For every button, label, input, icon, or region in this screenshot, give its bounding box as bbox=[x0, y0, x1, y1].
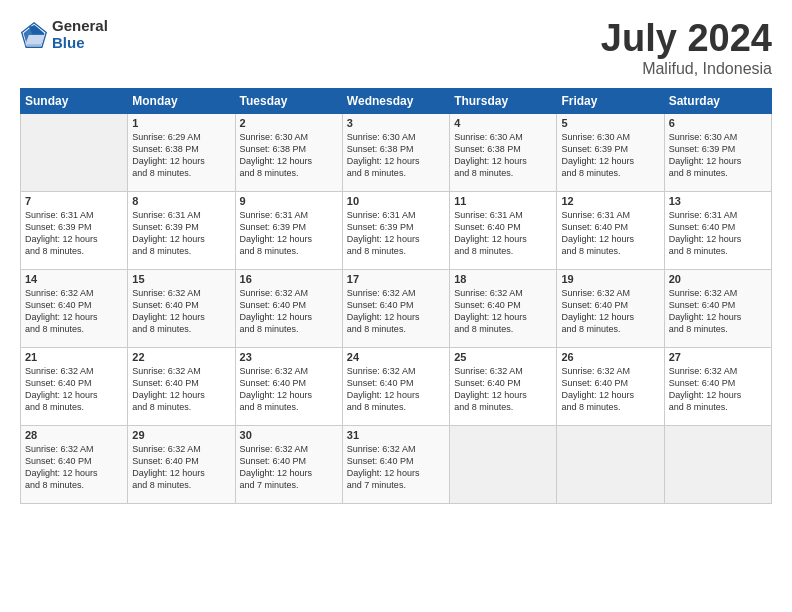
logo-text: General Blue bbox=[52, 18, 108, 51]
day-number: 22 bbox=[132, 351, 230, 363]
calendar-week-5: 28Sunrise: 6:32 AM Sunset: 6:40 PM Dayli… bbox=[21, 425, 772, 503]
calendar-cell bbox=[557, 425, 664, 503]
day-number: 26 bbox=[561, 351, 659, 363]
day-number: 20 bbox=[669, 273, 767, 285]
calendar-cell: 26Sunrise: 6:32 AM Sunset: 6:40 PM Dayli… bbox=[557, 347, 664, 425]
title-block: July 2024 Malifud, Indonesia bbox=[601, 18, 772, 78]
day-number: 3 bbox=[347, 117, 445, 129]
day-number: 19 bbox=[561, 273, 659, 285]
cell-info: Sunrise: 6:30 AM Sunset: 6:39 PM Dayligh… bbox=[669, 131, 767, 180]
calendar-header: SundayMondayTuesdayWednesdayThursdayFrid… bbox=[21, 88, 772, 113]
day-number: 28 bbox=[25, 429, 123, 441]
day-number: 24 bbox=[347, 351, 445, 363]
calendar-cell: 20Sunrise: 6:32 AM Sunset: 6:40 PM Dayli… bbox=[664, 269, 771, 347]
cell-info: Sunrise: 6:31 AM Sunset: 6:40 PM Dayligh… bbox=[669, 209, 767, 258]
calendar-cell: 27Sunrise: 6:32 AM Sunset: 6:40 PM Dayli… bbox=[664, 347, 771, 425]
cell-info: Sunrise: 6:32 AM Sunset: 6:40 PM Dayligh… bbox=[240, 365, 338, 414]
day-number: 30 bbox=[240, 429, 338, 441]
calendar-page: General Blue July 2024 Malifud, Indonesi… bbox=[0, 0, 792, 612]
day-number: 21 bbox=[25, 351, 123, 363]
cell-info: Sunrise: 6:32 AM Sunset: 6:40 PM Dayligh… bbox=[132, 365, 230, 414]
calendar-cell: 25Sunrise: 6:32 AM Sunset: 6:40 PM Dayli… bbox=[450, 347, 557, 425]
day-number: 5 bbox=[561, 117, 659, 129]
cell-info: Sunrise: 6:31 AM Sunset: 6:39 PM Dayligh… bbox=[240, 209, 338, 258]
calendar-cell: 7Sunrise: 6:31 AM Sunset: 6:39 PM Daylig… bbox=[21, 191, 128, 269]
cell-info: Sunrise: 6:32 AM Sunset: 6:40 PM Dayligh… bbox=[132, 287, 230, 336]
day-number: 6 bbox=[669, 117, 767, 129]
calendar-cell: 6Sunrise: 6:30 AM Sunset: 6:39 PM Daylig… bbox=[664, 113, 771, 191]
cell-info: Sunrise: 6:32 AM Sunset: 6:40 PM Dayligh… bbox=[132, 443, 230, 492]
day-number: 8 bbox=[132, 195, 230, 207]
cell-info: Sunrise: 6:32 AM Sunset: 6:40 PM Dayligh… bbox=[454, 287, 552, 336]
weekday-header-tuesday: Tuesday bbox=[235, 88, 342, 113]
calendar-cell: 1Sunrise: 6:29 AM Sunset: 6:38 PM Daylig… bbox=[128, 113, 235, 191]
calendar-cell: 3Sunrise: 6:30 AM Sunset: 6:38 PM Daylig… bbox=[342, 113, 449, 191]
day-number: 9 bbox=[240, 195, 338, 207]
day-number: 10 bbox=[347, 195, 445, 207]
cell-info: Sunrise: 6:32 AM Sunset: 6:40 PM Dayligh… bbox=[347, 443, 445, 492]
header: General Blue July 2024 Malifud, Indonesi… bbox=[20, 18, 772, 78]
day-number: 18 bbox=[454, 273, 552, 285]
calendar-cell: 12Sunrise: 6:31 AM Sunset: 6:40 PM Dayli… bbox=[557, 191, 664, 269]
day-number: 27 bbox=[669, 351, 767, 363]
weekday-header-saturday: Saturday bbox=[664, 88, 771, 113]
calendar-week-2: 7Sunrise: 6:31 AM Sunset: 6:39 PM Daylig… bbox=[21, 191, 772, 269]
calendar-cell: 24Sunrise: 6:32 AM Sunset: 6:40 PM Dayli… bbox=[342, 347, 449, 425]
weekday-header-row: SundayMondayTuesdayWednesdayThursdayFrid… bbox=[21, 88, 772, 113]
calendar-cell: 28Sunrise: 6:32 AM Sunset: 6:40 PM Dayli… bbox=[21, 425, 128, 503]
cell-info: Sunrise: 6:32 AM Sunset: 6:40 PM Dayligh… bbox=[25, 443, 123, 492]
logo-blue-text: Blue bbox=[52, 35, 108, 52]
cell-info: Sunrise: 6:32 AM Sunset: 6:40 PM Dayligh… bbox=[240, 287, 338, 336]
calendar-cell: 13Sunrise: 6:31 AM Sunset: 6:40 PM Dayli… bbox=[664, 191, 771, 269]
cell-info: Sunrise: 6:31 AM Sunset: 6:39 PM Dayligh… bbox=[25, 209, 123, 258]
day-number: 11 bbox=[454, 195, 552, 207]
day-number: 16 bbox=[240, 273, 338, 285]
calendar-cell bbox=[21, 113, 128, 191]
calendar-cell: 14Sunrise: 6:32 AM Sunset: 6:40 PM Dayli… bbox=[21, 269, 128, 347]
calendar-cell bbox=[450, 425, 557, 503]
day-number: 2 bbox=[240, 117, 338, 129]
calendar-cell: 29Sunrise: 6:32 AM Sunset: 6:40 PM Dayli… bbox=[128, 425, 235, 503]
day-number: 29 bbox=[132, 429, 230, 441]
cell-info: Sunrise: 6:31 AM Sunset: 6:40 PM Dayligh… bbox=[454, 209, 552, 258]
calendar-body: 1Sunrise: 6:29 AM Sunset: 6:38 PM Daylig… bbox=[21, 113, 772, 503]
logo-icon bbox=[20, 21, 48, 49]
calendar-cell: 8Sunrise: 6:31 AM Sunset: 6:39 PM Daylig… bbox=[128, 191, 235, 269]
cell-info: Sunrise: 6:32 AM Sunset: 6:40 PM Dayligh… bbox=[561, 365, 659, 414]
cell-info: Sunrise: 6:30 AM Sunset: 6:38 PM Dayligh… bbox=[240, 131, 338, 180]
cell-info: Sunrise: 6:30 AM Sunset: 6:38 PM Dayligh… bbox=[347, 131, 445, 180]
calendar-cell: 9Sunrise: 6:31 AM Sunset: 6:39 PM Daylig… bbox=[235, 191, 342, 269]
calendar-title: July 2024 bbox=[601, 18, 772, 60]
calendar-cell: 18Sunrise: 6:32 AM Sunset: 6:40 PM Dayli… bbox=[450, 269, 557, 347]
calendar-cell: 22Sunrise: 6:32 AM Sunset: 6:40 PM Dayli… bbox=[128, 347, 235, 425]
day-number: 31 bbox=[347, 429, 445, 441]
cell-info: Sunrise: 6:31 AM Sunset: 6:39 PM Dayligh… bbox=[132, 209, 230, 258]
calendar-table: SundayMondayTuesdayWednesdayThursdayFrid… bbox=[20, 88, 772, 504]
calendar-cell: 19Sunrise: 6:32 AM Sunset: 6:40 PM Dayli… bbox=[557, 269, 664, 347]
day-number: 15 bbox=[132, 273, 230, 285]
day-number: 25 bbox=[454, 351, 552, 363]
day-number: 14 bbox=[25, 273, 123, 285]
calendar-week-4: 21Sunrise: 6:32 AM Sunset: 6:40 PM Dayli… bbox=[21, 347, 772, 425]
calendar-cell: 10Sunrise: 6:31 AM Sunset: 6:39 PM Dayli… bbox=[342, 191, 449, 269]
calendar-cell: 23Sunrise: 6:32 AM Sunset: 6:40 PM Dayli… bbox=[235, 347, 342, 425]
logo-general-text: General bbox=[52, 18, 108, 35]
cell-info: Sunrise: 6:32 AM Sunset: 6:40 PM Dayligh… bbox=[347, 287, 445, 336]
calendar-cell: 11Sunrise: 6:31 AM Sunset: 6:40 PM Dayli… bbox=[450, 191, 557, 269]
weekday-header-sunday: Sunday bbox=[21, 88, 128, 113]
cell-info: Sunrise: 6:32 AM Sunset: 6:40 PM Dayligh… bbox=[454, 365, 552, 414]
calendar-cell: 2Sunrise: 6:30 AM Sunset: 6:38 PM Daylig… bbox=[235, 113, 342, 191]
calendar-cell: 16Sunrise: 6:32 AM Sunset: 6:40 PM Dayli… bbox=[235, 269, 342, 347]
cell-info: Sunrise: 6:31 AM Sunset: 6:40 PM Dayligh… bbox=[561, 209, 659, 258]
day-number: 4 bbox=[454, 117, 552, 129]
weekday-header-monday: Monday bbox=[128, 88, 235, 113]
day-number: 13 bbox=[669, 195, 767, 207]
calendar-week-1: 1Sunrise: 6:29 AM Sunset: 6:38 PM Daylig… bbox=[21, 113, 772, 191]
cell-info: Sunrise: 6:32 AM Sunset: 6:40 PM Dayligh… bbox=[25, 287, 123, 336]
calendar-cell bbox=[664, 425, 771, 503]
cell-info: Sunrise: 6:31 AM Sunset: 6:39 PM Dayligh… bbox=[347, 209, 445, 258]
calendar-cell: 5Sunrise: 6:30 AM Sunset: 6:39 PM Daylig… bbox=[557, 113, 664, 191]
calendar-cell: 4Sunrise: 6:30 AM Sunset: 6:38 PM Daylig… bbox=[450, 113, 557, 191]
weekday-header-friday: Friday bbox=[557, 88, 664, 113]
calendar-cell: 21Sunrise: 6:32 AM Sunset: 6:40 PM Dayli… bbox=[21, 347, 128, 425]
